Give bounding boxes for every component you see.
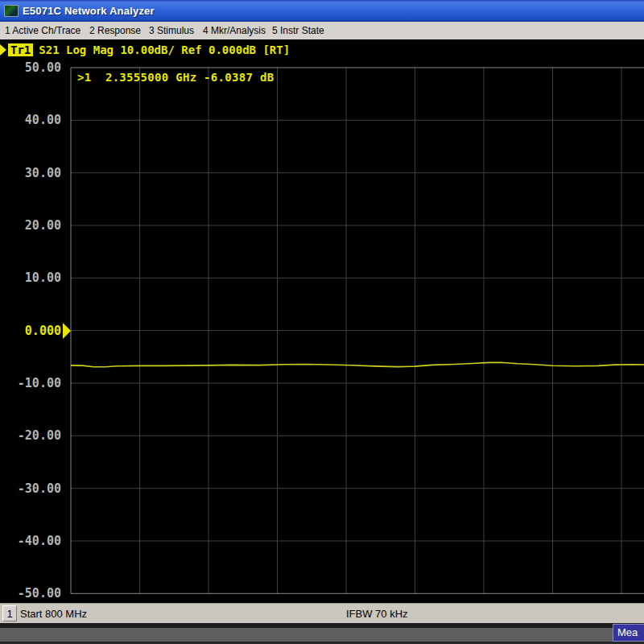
y-axis-label: 10.00 (3, 270, 61, 285)
trace-line (71, 362, 644, 367)
menu-item-4[interactable]: 4 Mkr/Analysis (203, 22, 266, 39)
y-axis-label: -10.00 (3, 376, 61, 390)
menu-item-5[interactable]: 5 Instr State (272, 22, 324, 39)
y-axis-label: 50.00 (3, 60, 61, 75)
menu-item-3[interactable]: 3 Stimulus (149, 22, 194, 39)
window-title: E5071C Network Analyzer (23, 5, 155, 17)
y-axis-label: -50.00 (3, 586, 61, 601)
y-axis-label: 20.00 (3, 218, 61, 233)
y-axis-label: -40.00 (3, 534, 61, 548)
menu-item-1[interactable]: 1 Active Ch/Trace (5, 22, 80, 39)
y-axis-label: 30.00 (3, 166, 61, 180)
menu-bar: 1 Active Ch/Trace2 Response3 Stimulus4 M… (0, 22, 644, 39)
y-axis-label: -20.00 (3, 428, 61, 443)
plot-grid (0, 39, 644, 603)
status-bar: 1 Start 800 MHz IFBW 70 kHz (0, 603, 644, 623)
meas-status-button[interactable]: Mea (613, 624, 644, 642)
title-bar: E5071C Network Analyzer (0, 0, 644, 22)
start-frequency-label: Start 800 MHz (20, 604, 87, 624)
instrument-status-bar (0, 623, 644, 644)
y-axis-label: 40.00 (3, 113, 61, 127)
marker-readout: >1 2.3555000 GHz -6.0387 dB (77, 71, 274, 84)
ifbw-label: IFBW 70 kHz (346, 604, 408, 624)
reference-level-marker-icon (63, 323, 71, 339)
y-axis-label: 0.000 (3, 324, 61, 338)
instrument-screen: Tr1 S21 Log Mag 10.00dB/ Ref 0.000dB [RT… (0, 39, 644, 603)
app-icon (4, 5, 19, 17)
y-axis-label: -30.00 (3, 481, 61, 496)
menu-item-2[interactable]: 2 Response (89, 22, 141, 39)
channel-indicator: 1 (2, 605, 17, 621)
